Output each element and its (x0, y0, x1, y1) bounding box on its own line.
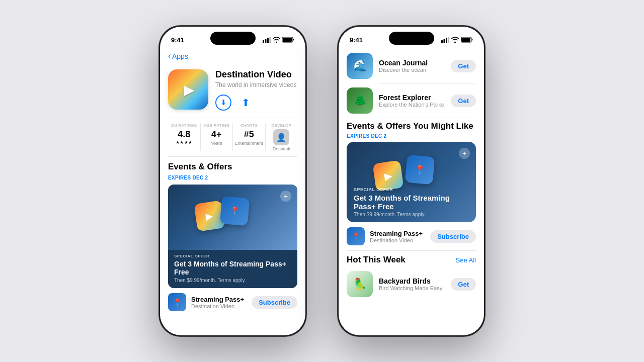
subscription-row-left: 📍 Streaming Pass+ Destination Video Subs… (160, 288, 305, 316)
sub-info-right: Streaming Pass+ Destination Video (370, 230, 425, 243)
app-icon-large (168, 69, 208, 110)
screen-content-right: Ocean Journal Discover the ocean Get For… (339, 49, 484, 335)
event-card-left[interactable]: + SPECIAL OFFER Get 3 Months of Streamin… (168, 185, 297, 288)
ocean-journal-info: Ocean Journal Discover the ocean (379, 59, 445, 73)
signal-icon-left (263, 37, 271, 43)
svg-rect-6 (441, 40, 443, 43)
age-label: AGE RATING (201, 123, 233, 128)
forest-explorer-info: Forest Explorer Explore the Nation's Par… (379, 94, 445, 108)
wifi-icon-left (273, 37, 280, 43)
special-offer-label-left: SPECIAL OFFER (174, 254, 291, 258)
ocean-journal-name: Ocean Journal (379, 59, 445, 67)
svg-rect-7 (444, 39, 445, 43)
birds-get-button[interactable]: Get (451, 278, 476, 291)
svg-rect-9 (448, 37, 450, 43)
event-title-left: Get 3 Months of Streaming Pass+ Free (174, 260, 291, 276)
phone-right: 9:41 (337, 25, 486, 337)
forest-explorer-icon (347, 87, 373, 114)
hot-title: Hot This Week (347, 255, 406, 265)
svg-rect-0 (263, 40, 264, 43)
stars: ★★★★ (168, 140, 200, 145)
stat-ratings: 2M RATINGS 4.8 ★★★★ (168, 123, 201, 151)
plus-badge-right: + (459, 148, 470, 159)
svg-rect-11 (461, 38, 470, 42)
expires-label-left: EXPIRES DEC 2 (160, 174, 305, 185)
app-subtitle: The world in immersive videos (215, 81, 297, 88)
sub-name-left: Streaming Pass+ (191, 296, 247, 303)
backyard-birds-icon (347, 271, 373, 297)
subscription-row-right: 📍 Streaming Pass+ Destination Video Subs… (339, 222, 484, 250)
svg-rect-3 (270, 37, 271, 43)
status-icons-left (263, 37, 294, 43)
hot-this-week-section: Hot This Week See All (339, 251, 484, 267)
ocean-journal-icon (347, 53, 373, 79)
ocean-get-button[interactable]: Get (451, 60, 476, 72)
forest-get-button[interactable]: Get (451, 95, 476, 107)
subscribe-button-right[interactable]: Subscribe (430, 230, 476, 243)
age-value: 4+ (201, 129, 233, 140)
list-item-forest: Forest Explorer Explore the Nation's Par… (339, 83, 484, 118)
subscribe-button-left[interactable]: Subscribe (252, 296, 297, 309)
list-item-birds: Backyard Birds Bird Watching Made Easy G… (339, 267, 484, 301)
app-actions: ⬇ ⬆ (215, 95, 297, 111)
sub-source-right: Destination Video (370, 237, 425, 243)
download-button[interactable]: ⬇ (215, 95, 231, 111)
dev-sub: Destinati (266, 146, 298, 151)
screen-content-left: ‹ Apps Destination Video The world in im… (160, 49, 305, 335)
dynamic-island-right (389, 32, 434, 45)
list-item-ocean: Ocean Journal Discover the ocean Get (339, 49, 484, 83)
event-card-right[interactable]: ▶ 📍 + SPECIAL OFFER Get 3 Months of Stre… (347, 142, 476, 222)
share-button[interactable]: ⬆ (242, 97, 250, 109)
right-event-title: Get 3 Months of Streaming Pass+ Free (354, 194, 469, 211)
time-left: 9:41 (171, 36, 184, 44)
download-icon: ⬇ (220, 98, 227, 107)
right-event-overlay: SPECIAL OFFER Get 3 Months of Streaming … (347, 182, 476, 222)
sub-source-left: Destination Video (191, 303, 247, 309)
stat-age: AGE RATING 4+ Years (201, 123, 233, 151)
phone-left: 9:41 (158, 25, 307, 337)
signal-icon-right (441, 37, 449, 43)
event-card-body-left: SPECIAL OFFER Get 3 Months of Streaming … (168, 250, 297, 288)
right-event-terms: Then $9.99/month. Terms apply. (354, 212, 469, 217)
backyard-birds-desc: Bird Watching Made Easy (379, 285, 445, 291)
battery-icon-right (461, 37, 473, 43)
charts-value: #5 (233, 129, 265, 140)
ratings-value: 4.8 (168, 129, 200, 140)
svg-rect-5 (283, 38, 292, 42)
svg-rect-2 (267, 38, 269, 43)
app-hero: Destination Video The world in immersive… (160, 64, 305, 118)
right-mini-card-2: 📍 (405, 155, 435, 185)
chevron-left-icon: ‹ (168, 51, 171, 60)
charts-label: CHARTS (233, 123, 265, 128)
charts-sub: Entertainment (233, 141, 265, 146)
app-title: Destination Video (215, 69, 297, 80)
dev-icon: 👤 (273, 129, 289, 145)
back-button[interactable]: ‹ Apps (168, 52, 188, 60)
app-info: Destination Video The world in immersive… (215, 69, 297, 111)
forest-explorer-name: Forest Explorer (379, 94, 445, 102)
ratings-label: 2M RATINGS (168, 123, 200, 128)
right-expires-label: EXPIRES DEC 2 (339, 132, 484, 142)
age-sub: Years (201, 141, 233, 146)
forest-explorer-desc: Explore the Nation's Parks (379, 102, 445, 108)
nav-bar-left: ‹ Apps (160, 49, 305, 64)
time-right: 9:41 (350, 36, 363, 44)
wifi-icon-right (451, 37, 459, 43)
mini-card-2 (220, 196, 250, 226)
status-icons-right (441, 37, 473, 43)
ocean-journal-desc: Discover the ocean (379, 67, 445, 73)
plus-badge-left: + (280, 191, 291, 202)
right-events-title: Events & Offers You Might Like (339, 118, 484, 132)
stats-row: 2M RATINGS 4.8 ★★★★ AGE RATING 4+ Years … (160, 118, 305, 156)
backyard-birds-info: Backyard Birds Bird Watching Made Easy (379, 277, 445, 291)
backyard-birds-name: Backyard Birds (379, 277, 445, 285)
sub-info-left: Streaming Pass+ Destination Video (191, 296, 247, 309)
battery-icon-left (282, 37, 294, 43)
stat-charts: CHARTS #5 Entertainment (233, 123, 266, 151)
back-label: Apps (172, 52, 188, 60)
dynamic-island-left (210, 32, 256, 45)
see-all-button[interactable]: See All (456, 256, 476, 264)
right-special-offer-label: SPECIAL OFFER (354, 187, 469, 192)
svg-rect-8 (446, 38, 447, 43)
dev-label: DEVELOP (266, 123, 298, 128)
